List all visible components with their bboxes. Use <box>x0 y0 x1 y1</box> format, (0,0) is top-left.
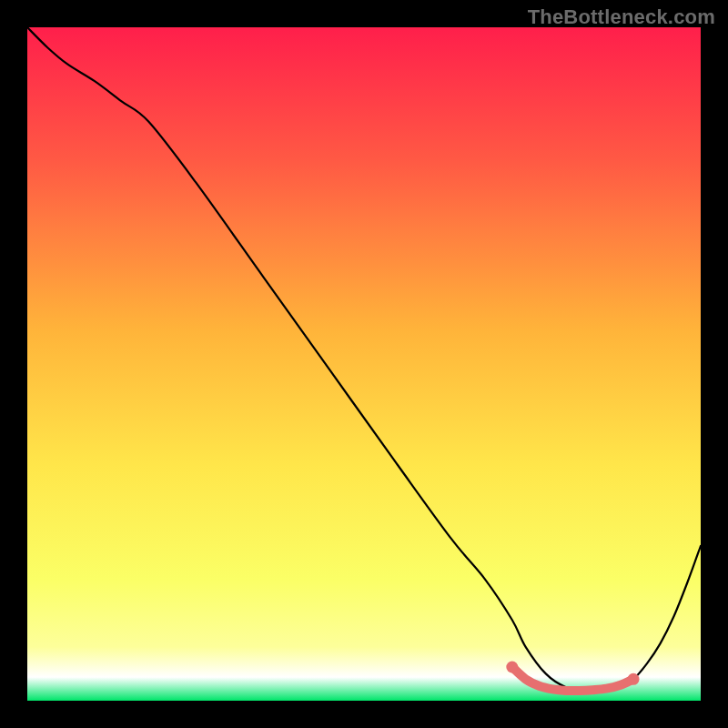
gradient-background <box>27 27 701 701</box>
chart-container: TheBottleneck.com <box>0 0 728 728</box>
highlight-end-marker <box>628 673 640 685</box>
watermark-label: TheBottleneck.com <box>528 5 715 29</box>
plot-area <box>27 27 701 701</box>
chart-svg <box>27 27 701 701</box>
highlight-end-marker <box>506 662 518 673</box>
